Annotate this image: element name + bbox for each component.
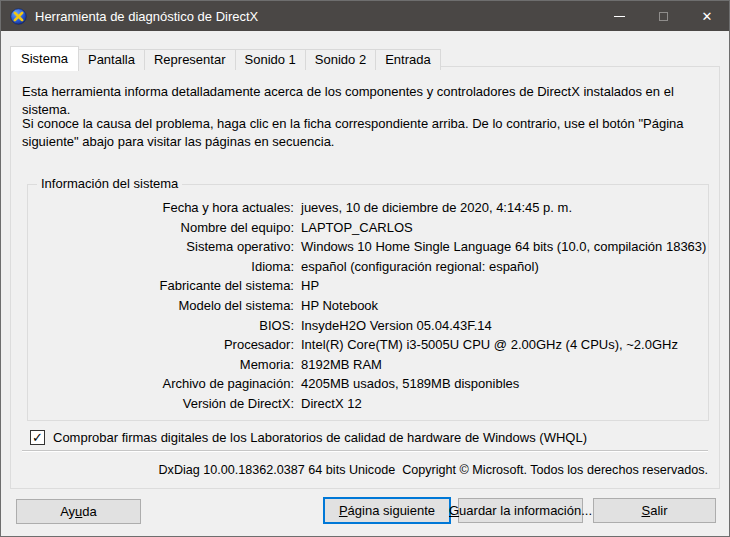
tab-entrada[interactable]: Entrada: [375, 49, 441, 70]
system-info-rows: Fecha y hora actuales: jueves, 10 de dic…: [28, 198, 704, 414]
tab-sonido-2[interactable]: Sonido 2: [305, 49, 376, 70]
close-icon: ✕: [702, 10, 713, 23]
info-row: Idioma: español (configuración regional:…: [28, 257, 704, 277]
info-value: 4205MB usados, 5189MB disponibles: [301, 374, 519, 394]
save-information-button[interactable]: Guardar la información...: [458, 498, 583, 523]
info-row: Versión de DirectX: DirectX 12: [28, 394, 704, 414]
titlebar: Herramienta de diagnóstico de DirectX ✕: [1, 1, 729, 31]
close-button[interactable]: ✕: [685, 1, 729, 31]
groupbox-title: Información del sistema: [37, 176, 182, 191]
checkbox-icon: ✓: [30, 430, 45, 445]
system-info-groupbox: Información del sistema Fecha y hora act…: [27, 184, 709, 421]
info-label: Idioma:: [28, 257, 294, 277]
info-value: Intel(R) Core(TM) i3-5005U CPU @ 2.00GHz…: [301, 335, 678, 355]
info-value: DirectX 12: [301, 394, 362, 414]
window-title: Herramienta de diagnóstico de DirectX: [35, 9, 258, 24]
maximize-icon: [659, 12, 668, 21]
info-label: Sistema operativo:: [28, 237, 294, 257]
exit-button[interactable]: Salir: [593, 498, 716, 523]
info-value: español (configuración regional: español…: [301, 257, 539, 277]
info-label: Fecha y hora actuales:: [28, 198, 294, 218]
info-row: Procesador: Intel(R) Core(TM) i3-5005U C…: [28, 335, 704, 355]
minimize-icon: [614, 16, 625, 17]
version-status-text: DxDiag 10.00.18362.0387 64 bits Unicode …: [159, 463, 708, 477]
save-information-button-label: Guardar la información...: [449, 503, 592, 518]
tab-representar[interactable]: Representar: [144, 49, 236, 70]
info-row: Nombre del equipo: LAPTOP_CARLOS: [28, 218, 704, 238]
whql-checkbox-label: Comprobar firmas digitales de los Labora…: [53, 430, 587, 445]
info-row: BIOS: InsydeH2O Version 05.04.43F.14: [28, 316, 704, 336]
exit-button-label: Salir: [641, 503, 667, 518]
info-label: Modelo del sistema:: [28, 296, 294, 316]
info-row: Fabricante del sistema: HP: [28, 276, 704, 296]
tab-strip: Sistema Pantalla Representar Sonido 1 So…: [10, 46, 440, 70]
info-label: Memoria:: [28, 355, 294, 375]
info-row: Sistema operativo: Windows 10 Home Singl…: [28, 237, 704, 257]
info-value: HP: [301, 276, 319, 296]
maximize-button: [641, 1, 685, 31]
next-page-button-label: Página siguiente: [339, 503, 435, 518]
separator-line: [22, 450, 708, 452]
info-value: Windows 10 Home Single Language 64 bits …: [301, 237, 706, 257]
info-value: HP Notebook: [301, 296, 378, 316]
info-label: Versión de DirectX:: [28, 394, 294, 414]
info-value: 8192MB RAM: [301, 355, 382, 375]
caption-buttons: ✕: [597, 1, 729, 31]
next-page-button[interactable]: Página siguiente: [323, 497, 451, 524]
info-label: BIOS:: [28, 316, 294, 336]
info-value: InsydeH2O Version 05.04.43F.14: [301, 316, 492, 336]
dxdiag-window: Herramienta de diagnóstico de DirectX ✕ …: [0, 0, 730, 537]
help-button-label: Ayuda: [60, 504, 97, 519]
intro-paragraph-2: Si conoce la causa del problema, haga cl…: [22, 115, 710, 151]
whql-checkbox[interactable]: ✓ Comprobar firmas digitales de los Labo…: [30, 430, 587, 445]
directx-icon: [10, 8, 27, 25]
minimize-button[interactable]: [597, 1, 641, 31]
tab-sistema[interactable]: Sistema: [10, 46, 79, 71]
info-row: Archivo de paginación: 4205MB usados, 51…: [28, 374, 704, 394]
info-label: Archivo de paginación:: [28, 374, 294, 394]
info-row: Fecha y hora actuales: jueves, 10 de dic…: [28, 198, 704, 218]
tab-pantalla[interactable]: Pantalla: [78, 49, 145, 70]
system-tab-page: Esta herramienta informa detalladamente …: [10, 66, 720, 489]
info-value: jueves, 10 de diciembre de 2020, 4:14:45…: [301, 198, 572, 218]
info-label: Nombre del equipo:: [28, 218, 294, 238]
intro-paragraph-1: Esta herramienta informa detalladamente …: [22, 83, 716, 119]
info-row: Memoria: 8192MB RAM: [28, 355, 704, 375]
tab-sonido-1[interactable]: Sonido 1: [235, 49, 306, 70]
info-label: Fabricante del sistema:: [28, 276, 294, 296]
info-row: Modelo del sistema: HP Notebook: [28, 296, 704, 316]
info-value: LAPTOP_CARLOS: [301, 218, 413, 238]
info-label: Procesador:: [28, 335, 294, 355]
help-button[interactable]: Ayuda: [16, 499, 141, 524]
